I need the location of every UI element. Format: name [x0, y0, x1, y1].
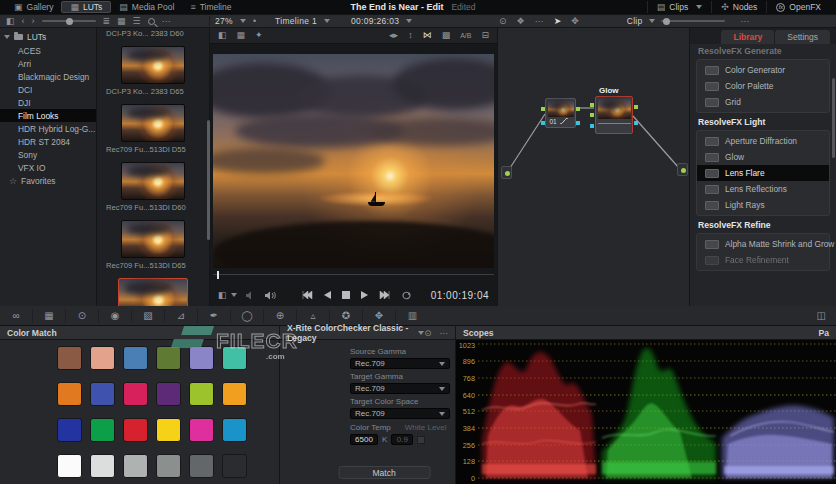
node-input-pin[interactable] [541, 107, 545, 111]
loop-icon[interactable] [401, 291, 412, 300]
fx-item-lens-reflections[interactable]: Lens Reflections [697, 181, 829, 197]
white-level-input[interactable] [391, 434, 413, 445]
stop-icon[interactable] [342, 291, 350, 299]
color-match-icon[interactable]: ▦ [33, 309, 66, 323]
fx-item-aperture-diffraction[interactable]: Aperture Diffraction [697, 133, 829, 149]
sidebar-item-arri[interactable]: Arri [0, 57, 96, 70]
fx-item-light-rays[interactable]: Light Rays [697, 197, 829, 213]
speaker-icon[interactable] [264, 291, 276, 300]
step-back-icon[interactable] [324, 291, 331, 299]
nodes-button[interactable]: ✣Nodes [711, 1, 766, 13]
node-key-input-pin[interactable] [541, 121, 545, 125]
clip-mode-selector[interactable]: Clip [627, 16, 643, 26]
sort-icon[interactable]: ≣ [103, 17, 111, 26]
search-icon[interactable] [148, 18, 155, 25]
sidebar-item-film-looks[interactable]: Film Looks [0, 109, 96, 122]
fx-item-lens-flare[interactable]: Lens Flare [697, 165, 829, 181]
clip-slider[interactable] [661, 20, 725, 22]
jump-end-icon[interactable] [379, 291, 390, 299]
more-options-icon[interactable]: ··· [439, 328, 448, 338]
target-color-space-dropdown[interactable]: Rec.709 [350, 408, 450, 419]
more-options-icon[interactable]: ··· [162, 17, 171, 26]
fx-scrollbar[interactable] [832, 78, 835, 158]
node-input-pin[interactable] [590, 103, 594, 107]
back-arrow-icon[interactable]: ‹ [22, 17, 25, 26]
timeline-selector[interactable]: Timeline 1 [275, 16, 317, 26]
split-screen-icon[interactable]: ◧ [218, 31, 227, 40]
unmix-icon[interactable]: ◂▸ [389, 31, 398, 40]
viewer-zoom-level[interactable]: 27% [215, 16, 233, 26]
checker-icon[interactable]: ▩ [442, 31, 451, 40]
power-window-icon[interactable]: ◯ [231, 309, 264, 323]
play-icon[interactable] [361, 291, 368, 299]
lut-thumbnail[interactable] [121, 220, 185, 258]
flip-icon[interactable]: ↕ [408, 31, 413, 40]
fx-item-grid[interactable]: Grid [697, 94, 829, 110]
page-toggle-gallery[interactable]: ▣Gallery [6, 1, 61, 13]
bypass-icon[interactable]: ⋈ [423, 31, 432, 40]
node-output-pin[interactable] [634, 105, 638, 109]
fx-item-color-generator[interactable]: Color Generator [697, 62, 829, 78]
fx-item-alpha-matte[interactable]: Alpha Matte Shrink and Grow [697, 236, 829, 252]
match-button[interactable]: Match [338, 466, 430, 479]
openfx-button[interactable]: fxOpenFX [766, 1, 830, 13]
camera-raw-icon[interactable]: ∞ [0, 309, 33, 323]
sidebar-item-hdr-hybrid[interactable]: HDR Hybrid Log-G... [0, 122, 96, 135]
color-temp-input[interactable] [350, 434, 378, 445]
sidebar-item-hdr-st2084[interactable]: HDR ST 2084 [0, 135, 96, 148]
node-input-pin[interactable] [590, 113, 594, 117]
sidebar-item-vfx-io[interactable]: VFX IO [0, 161, 96, 174]
thumbnail-size-slider[interactable] [42, 20, 96, 22]
sidebar-item-blackmagic[interactable]: Blackmagic Design [0, 70, 96, 83]
forward-arrow-icon[interactable]: › [32, 17, 35, 26]
source-gamma-dropdown[interactable]: Rec.709 [350, 358, 450, 369]
node-key-input-pin[interactable] [590, 124, 594, 128]
fx-item-glow[interactable]: Glow [697, 149, 829, 165]
output-node[interactable] [677, 163, 688, 176]
white-level-checkbox[interactable] [417, 436, 425, 444]
wipe-icon[interactable]: ⊟ [481, 31, 489, 40]
scope-mode-selector[interactable]: Pa [818, 328, 829, 338]
hdr-grade-icon[interactable]: ◉ [99, 309, 132, 323]
fullscreen-mode-icon[interactable]: ◧ [218, 291, 227, 300]
lut-thumbnail[interactable] [121, 46, 185, 84]
gear-icon[interactable]: ⊙ [424, 328, 431, 338]
key-icon[interactable]: ✪ [330, 309, 363, 323]
expand-icon[interactable]: ❖ [517, 17, 525, 26]
target-gamma-dropdown[interactable]: Rec.709 [350, 383, 450, 394]
node-key-output-pin[interactable] [576, 121, 580, 125]
fx-item-face-refinement[interactable]: Face Refinement [697, 252, 829, 268]
sidebar-item-sony[interactable]: Sony [0, 148, 96, 161]
lightbox-icon[interactable]: ◫ [817, 310, 826, 321]
sidebar-item-dci[interactable]: DCI [0, 83, 96, 96]
page-toggle-luts[interactable]: ▦LUTs [61, 1, 111, 13]
list-view-icon[interactable]: ☰ [133, 17, 141, 26]
jump-start-icon[interactable] [302, 291, 313, 299]
viewer-scrub-bar[interactable] [213, 274, 494, 280]
sidebar-item-favorites[interactable]: ☆Favorites [0, 174, 96, 188]
hand-tool-icon[interactable]: ✥ [571, 17, 579, 26]
glow-node[interactable] [595, 96, 633, 134]
tab-settings[interactable]: Settings [775, 30, 830, 44]
clips-button[interactable]: ▤Clips [647, 1, 711, 13]
sidebar-item-aces[interactable]: ACES [0, 44, 96, 57]
sidebar-item-dji[interactable]: DJI [0, 96, 96, 109]
corrector-node-01[interactable]: 01 [545, 98, 576, 128]
more-options-icon[interactable]: ··· [535, 17, 544, 26]
lut-thumbnail-selected[interactable] [118, 278, 188, 306]
ab-compare-icon[interactable]: A/B [460, 32, 471, 39]
color-wheel-icon[interactable]: ⊙ [499, 17, 507, 26]
source-node[interactable] [501, 166, 512, 179]
playhead[interactable] [217, 271, 219, 279]
cursor-tool-icon[interactable]: ➤ [554, 17, 562, 26]
mute-icon[interactable] [245, 291, 256, 300]
sidebar-toggle-icon[interactable]: ◧ [6, 17, 15, 26]
grid-overlay-icon[interactable]: ▦ [237, 31, 246, 40]
lut-root-folder[interactable]: LUTs [0, 30, 96, 44]
qualifier-icon[interactable]: ✒ [198, 309, 231, 323]
more-options-icon[interactable]: ··· [741, 17, 750, 26]
stereo-3d-icon[interactable]: ▥ [396, 309, 429, 323]
node-key-output-pin[interactable] [634, 121, 638, 125]
enhanced-viewer-icon[interactable]: ✦ [255, 31, 263, 40]
tracker-icon[interactable]: ⊕ [264, 309, 297, 323]
